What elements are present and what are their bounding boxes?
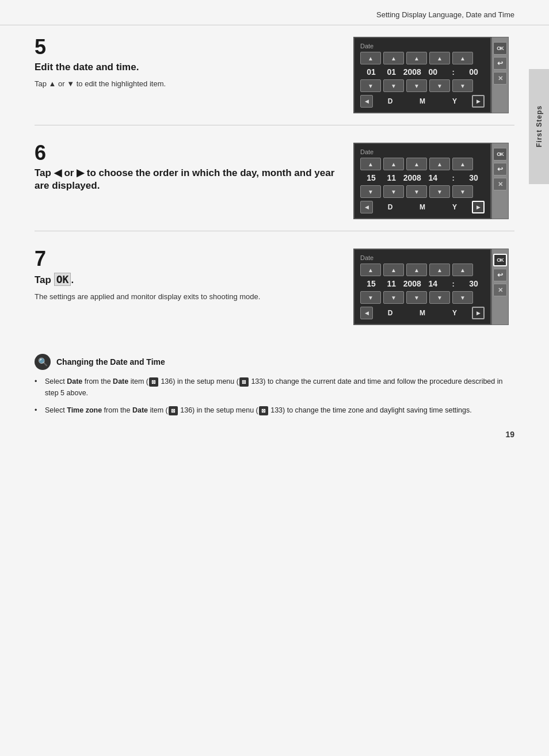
step-5-nav-y: Y [440,97,470,105]
step-5-up-5[interactable]: ▲ [452,52,473,64]
note-header: 🔍 Changing the Date and Time [35,354,514,370]
step-5-values: 01 01 2008 00 : 00 [360,66,485,78]
step-7-up-4[interactable]: ▲ [429,264,450,276]
step-7-dn-3[interactable]: ▼ [406,291,427,304]
step-6-nav-left[interactable]: ◀ [360,201,373,213]
step-6-x-btn[interactable]: ✕ [493,178,507,190]
step-5-lcd-title: Date [360,43,485,49]
step-6-nav-row: ◀ D M Y ▶ [360,201,485,213]
step-7-up-3[interactable]: ▲ [406,264,427,276]
step-5-back-btn[interactable]: ↩ [493,57,507,70]
step-7-image: Date ▲ ▲ ▲ ▲ ▲ 15 11 2008 14 : 30 [353,249,514,325]
step-5-day: 01 [363,67,380,77]
ref-icon-136-2: ⊠ [169,406,178,415]
step-5-year: 2008 [403,67,421,77]
ref-icon-133-2: ⊠ [259,406,268,415]
step-6-up-5[interactable]: ▲ [452,158,473,170]
step-7-nav-left[interactable]: ◀ [360,307,373,319]
step-5-number: 5 [35,37,336,58]
step-5-month: 01 [383,67,400,77]
step-7-lcd-title: Date [360,254,485,261]
step-5-lcd-wrapper: Date ▲ ▲ ▲ ▲ ▲ 01 01 2008 00 : 00 [353,37,514,113]
step-5-up-4[interactable]: ▲ [429,52,450,64]
step-6-back-btn[interactable]: ↩ [493,163,507,175]
ref-icon-133-1: ⊠ [239,377,249,387]
step-6-nav-y: Y [440,203,470,211]
step-5-colon: : [445,68,462,77]
step-7-back-btn[interactable]: ↩ [493,269,507,281]
step-5-image: Date ▲ ▲ ▲ ▲ ▲ 01 01 2008 00 : 00 [353,37,514,113]
step-6-up-2[interactable]: ▲ [383,158,404,170]
note-item-1: Select Date from the Date item (⊠ 136) i… [35,376,514,399]
step-6-nav-right[interactable]: ▶ [472,201,485,213]
step-5-up-2[interactable]: ▲ [383,52,404,64]
step-7-min: 30 [465,279,482,288]
note-icon: 🔍 [35,354,51,370]
step-5-dn-1[interactable]: ▼ [360,79,381,92]
note-title: Changing the Date and Time [56,357,165,366]
step-7-down-arrows: ▼ ▼ ▼ ▼ ▼ [360,291,485,304]
step-5-min: 00 [465,67,482,77]
step-7-nav-row: ◀ D M Y ▶ [360,307,485,319]
step-5-x-btn[interactable]: ✕ [493,72,507,85]
step-6-row: 6 Tap ◀ or ▶ to choose the order in whic… [35,143,514,231]
step-6-nav-m: M [407,203,437,211]
step-5-down-arrows: ▼ ▼ ▼ ▼ ▼ [360,79,485,92]
step-5-lcd: Date ▲ ▲ ▲ ▲ ▲ 01 01 2008 00 : 00 [353,37,491,113]
step-7-dn-4[interactable]: ▼ [429,291,450,304]
step-7-up-5[interactable]: ▲ [452,264,473,276]
note-list: Select Date from the Date item (⊠ 136) i… [35,376,514,416]
step-6-up-1[interactable]: ▲ [360,158,381,170]
step-5-nav-d: D [375,97,405,105]
step-5-up-arrows: ▲ ▲ ▲ ▲ ▲ [360,52,485,64]
step-5-up-1[interactable]: ▲ [360,52,381,64]
step-7-side-btns: OK ↩ ✕ [491,249,509,325]
step-6-ok-btn[interactable]: OK [493,148,507,161]
step-6-dn-1[interactable]: ▼ [360,185,381,198]
step-6-dn-2[interactable]: ▼ [383,185,404,198]
step-5-nav-m: M [407,97,437,105]
step-5-ok-btn[interactable]: OK [493,42,507,55]
step-5-dn-4[interactable]: ▼ [429,79,450,92]
step-7-dn-2[interactable]: ▼ [383,291,404,304]
step-7-nav-y: Y [440,309,470,317]
step-5-desc: Tap ▲ or ▼ to edit the highlighted item. [35,78,336,90]
step-6-colon: : [445,174,462,182]
step-6-side-btns: OK ↩ ✕ [491,143,509,219]
step-7-ok-btn[interactable]: OK [493,254,507,266]
step-6-values: 15 11 2008 14 : 30 [360,172,485,184]
step-7-x-btn[interactable]: ✕ [493,284,507,296]
step-5-up-3[interactable]: ▲ [406,52,427,64]
step-5-dn-2[interactable]: ▼ [383,79,404,92]
step-7-up-2[interactable]: ▲ [383,264,404,276]
step-7-nav-right[interactable]: ▶ [472,307,485,319]
step-7-nav-m: M [407,309,437,317]
step-6-dn-5[interactable]: ▼ [452,185,473,198]
step-7-ok-code: OK [54,273,71,286]
step-5-dn-5[interactable]: ▼ [452,79,473,92]
ref-icon-136-1: ⊠ [149,377,158,387]
step-7-left: 7 Tap OK. The settings are applied and m… [35,249,336,303]
main-content: 5 Edit the date and time. Tap ▲ or ▼ to … [0,25,549,450]
step-6-dn-3[interactable]: ▼ [406,185,427,198]
page-header: Setting Display Language, Date and Time [0,0,549,25]
step-7-up-1[interactable]: ▲ [360,264,381,276]
step-6-title: Tap ◀ or ▶ to choose the order in which … [35,167,336,192]
step-5-hour: 00 [424,67,441,77]
step-6-month: 11 [383,173,400,182]
step-6-up-3[interactable]: ▲ [406,158,427,170]
step-6-up-4[interactable]: ▲ [429,158,450,170]
step-7-colon: : [445,280,462,288]
step-7-dn-1[interactable]: ▼ [360,291,381,304]
step-7-hour: 14 [424,279,441,288]
step-7-dn-5[interactable]: ▼ [452,291,473,304]
step-5-nav-left[interactable]: ◀ [360,95,373,108]
step-6-dn-4[interactable]: ▼ [429,185,450,198]
step-7-number: 7 [35,249,336,269]
step-5-dn-3[interactable]: ▼ [406,79,427,92]
step-6-lcd-title: Date [360,148,485,155]
step-5-nav-right[interactable]: ▶ [472,95,485,108]
step-6-day: 15 [363,173,380,182]
step-6-hour: 14 [424,173,441,182]
step-5-row: 5 Edit the date and time. Tap ▲ or ▼ to … [35,37,514,125]
